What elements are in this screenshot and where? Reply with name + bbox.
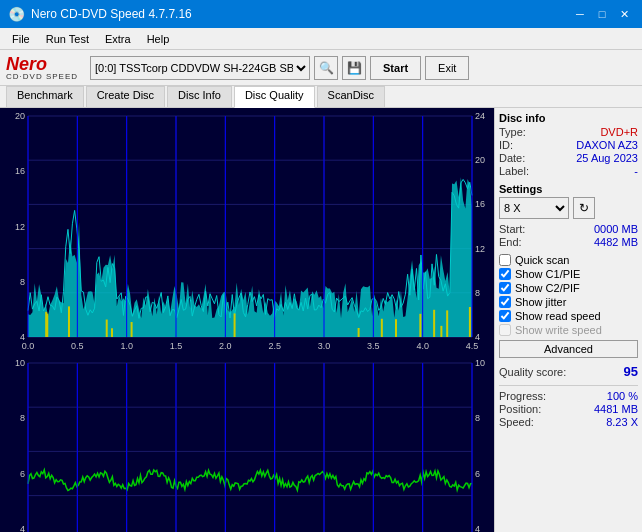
speed-selector[interactable]: 8 X — [499, 197, 569, 219]
show-write-speed-label: Show write speed — [515, 324, 602, 336]
end-label: End: — [499, 236, 522, 248]
start-button[interactable]: Start — [370, 56, 421, 80]
top-chart — [0, 108, 494, 355]
settings-title: Settings — [499, 183, 638, 195]
checkboxes-section: Quick scan Show C1/PIE Show C2/PIF Show … — [499, 254, 638, 358]
show-read-speed-label: Show read speed — [515, 310, 601, 322]
tab-bar: Benchmark Create Disc Disc Info Disc Qua… — [0, 86, 642, 108]
show-jitter-label: Show jitter — [515, 296, 566, 308]
end-value: 4482 MB — [594, 236, 638, 248]
right-panel: Disc info Type: DVD+R ID: DAXON AZ3 Date… — [494, 108, 642, 532]
minimize-button[interactable]: ─ — [570, 5, 590, 23]
id-label: ID: — [499, 139, 513, 151]
show-jitter-checkbox[interactable] — [499, 296, 511, 308]
app-icon: 💿 — [8, 6, 25, 22]
drive-selector[interactable]: [0:0] TSSTcorp CDDVDW SH-224GB SB00 — [90, 56, 310, 80]
tab-disc-quality[interactable]: Disc Quality — [234, 86, 315, 108]
window-controls: ─ □ ✕ — [570, 5, 634, 23]
disc-info-title: Disc info — [499, 112, 638, 124]
bottom-chart — [0, 355, 494, 532]
toolbar: Nero CD·DVD SPEED [0:0] TSSTcorp CDDVDW … — [0, 50, 642, 86]
speed-value: 8.23 X — [606, 416, 638, 428]
quality-label: Quality score: — [499, 366, 566, 378]
show-c2-pif-label: Show C2/PIF — [515, 282, 580, 294]
date-label: Date: — [499, 152, 525, 164]
disc-label-value: - — [634, 165, 638, 177]
menu-run-test[interactable]: Run Test — [38, 31, 97, 47]
maximize-button[interactable]: □ — [592, 5, 612, 23]
tab-disc-info[interactable]: Disc Info — [167, 86, 232, 107]
tab-scan-disc[interactable]: ScanDisc — [317, 86, 385, 107]
progress-value: 100 % — [607, 390, 638, 402]
show-write-speed-checkbox[interactable] — [499, 324, 511, 336]
quality-section: Quality score: 95 — [499, 364, 638, 379]
app-logo: Nero CD·DVD SPEED — [6, 55, 78, 81]
disc-info-button[interactable]: 🔍 — [314, 56, 338, 80]
show-c1-pie-checkbox[interactable] — [499, 268, 511, 280]
menu-help[interactable]: Help — [139, 31, 178, 47]
position-label: Position: — [499, 403, 541, 415]
progress-section: Progress: 100 % Position: 4481 MB Speed:… — [499, 385, 638, 428]
advanced-button[interactable]: Advanced — [499, 340, 638, 358]
quick-scan-checkbox[interactable] — [499, 254, 511, 266]
disc-label-label: Label: — [499, 165, 529, 177]
show-c2-pif-checkbox[interactable] — [499, 282, 511, 294]
progress-label: Progress: — [499, 390, 546, 402]
menu-bar: File Run Test Extra Help — [0, 28, 642, 50]
logo-sub: CD·DVD SPEED — [6, 73, 78, 81]
menu-extra[interactable]: Extra — [97, 31, 139, 47]
tab-benchmark[interactable]: Benchmark — [6, 86, 84, 107]
show-c1-pie-label: Show C1/PIE — [515, 268, 580, 280]
date-value: 25 Aug 2023 — [576, 152, 638, 164]
quality-value: 95 — [624, 364, 638, 379]
main-content: PI Errors Average: 1.00 Maximum: 14 Tota… — [0, 108, 642, 532]
refresh-button[interactable]: ↻ — [573, 197, 595, 219]
save-button[interactable]: 💾 — [342, 56, 366, 80]
menu-file[interactable]: File — [4, 31, 38, 47]
start-value: 0000 MB — [594, 223, 638, 235]
title-bar: 💿 Nero CD-DVD Speed 4.7.7.16 ─ □ ✕ — [0, 0, 642, 28]
close-button[interactable]: ✕ — [614, 5, 634, 23]
quick-scan-label: Quick scan — [515, 254, 569, 266]
show-read-speed-checkbox[interactable] — [499, 310, 511, 322]
speed-label: Speed: — [499, 416, 534, 428]
disc-info-section: Disc info Type: DVD+R ID: DAXON AZ3 Date… — [499, 112, 638, 177]
speed-row: 8 X ↻ — [499, 197, 638, 219]
type-value: DVD+R — [600, 126, 638, 138]
logo-nero: Nero — [6, 55, 78, 73]
start-label: Start: — [499, 223, 525, 235]
title-bar-text: Nero CD-DVD Speed 4.7.7.16 — [31, 7, 192, 21]
settings-section: Settings 8 X ↻ Start: 0000 MB End: 4482 … — [499, 183, 638, 248]
type-label: Type: — [499, 126, 526, 138]
exit-button[interactable]: Exit — [425, 56, 469, 80]
id-value: DAXON AZ3 — [576, 139, 638, 151]
tab-create-disc[interactable]: Create Disc — [86, 86, 165, 107]
position-value: 4481 MB — [594, 403, 638, 415]
